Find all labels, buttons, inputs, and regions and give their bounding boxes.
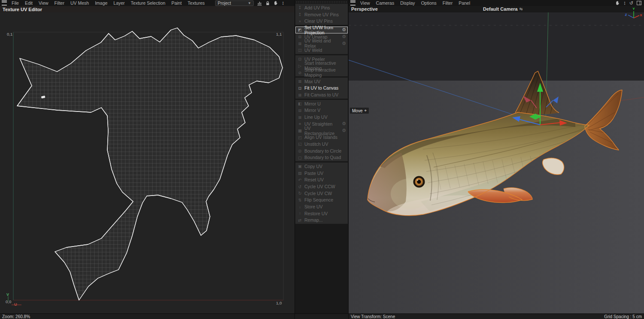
uv-rectangularize-icon: ▦ [297,128,303,133]
menu-image[interactable]: Image [92,0,110,6]
hand-icon[interactable] [615,0,620,6]
menu-textures[interactable]: Textures [185,0,208,6]
store-uv-icon: ↓ [297,205,303,209]
viewport-view-label[interactable]: Perspective [351,6,378,12]
menu-uv-mesh[interactable]: UV Mesh [67,0,92,6]
menu-texture-selection[interactable]: Texture Selection [128,0,169,6]
vp-menu-display[interactable]: Display [397,0,418,6]
camera-selector[interactable]: Default Camera ⇆ [483,6,522,12]
gear-icon[interactable]: ⚙ [342,121,346,126]
menu-layer[interactable]: Layer [110,0,128,6]
active-tool-indicator[interactable]: Move ⌖ [350,108,369,114]
uv-menu-item-copy-uv: ▣Copy UV [295,163,348,170]
uv-menu-item-label: Align UV Islands [304,135,337,140]
remove-uv-pins-icon: ↥ [297,12,303,17]
gear-icon[interactable]: ⚙ [342,27,346,33]
uv-menu-item-uv-weld: ◫UV Weld [295,47,348,54]
axis-y-label: Y [632,7,635,11]
menu-view[interactable]: View [36,0,52,6]
unstitch-uv-icon: ◱ [297,141,303,146]
histogram-icon[interactable] [257,1,262,6]
uv-menu-item-label: Max UV [304,79,320,84]
panel-grip[interactable] [296,1,347,3]
align-uv-islands-icon: ◰ [297,135,303,140]
v-axis-label: V [6,292,9,297]
camera-label: Default Camera [483,6,518,12]
vp-menu-options[interactable]: Options [418,0,440,6]
uv-corner-bottom-right: 1,0 [276,301,282,305]
add-uv-pins-icon: ↧ [297,5,303,10]
menu-paint[interactable]: Paint [168,0,185,6]
vp-menu-cameras[interactable]: Cameras [373,0,398,6]
pan-vertical-icon[interactable]: ↕ [282,0,284,6]
rotate-view-icon[interactable]: ↺ [629,1,633,6]
viewport-menubar: ViewCamerasDisplayOptionsFilterPanel ↕ ↺ [349,0,644,6]
uv-menu-item-label: Remove UV Pins [304,12,339,17]
uv-menu-item-label: Mirror V [304,108,320,113]
uv-menu-item-align-uv-islands: ◰Align UV Islands [295,134,348,141]
hamburger-menu-icon[interactable] [2,0,7,6]
uv-peeler-icon: ⊡ [297,57,303,61]
fit-canvas-to-uv-icon: ⊞ [297,93,303,97]
uv-menu-item-label: Remap... [304,217,323,223]
uv-menu-item-stop-interactive-mapping: ⊘Stop Interactive Mapping [295,69,348,76]
uv-editor-toolbar: Project ▼ ↕ [215,0,284,6]
reset-uv-icon: ↶ [297,178,303,182]
uv-command-panel: ↧Add UV Pins↥Remove UV Pins×Clear UV Pin… [295,0,349,319]
viewport-pane: ViewCamerasDisplayOptionsFilterPanel ↕ ↺… [349,0,644,319]
view-transform-status: View Transform: Scene [351,314,395,319]
vp-menu-view[interactable]: View [357,0,373,6]
uv-weld-icon: ◫ [297,48,303,52]
set-uvw-from-projection-icon: ◩ [297,27,303,32]
lock-icon[interactable] [265,1,270,6]
uv-canvas[interactable]: 0,1 1,1 0,0 1,0 V U [0,12,295,313]
menu-edit[interactable]: Edit [22,0,36,6]
uv-menu-item-label: Fit Canvas to UV [304,92,338,97]
uv-menu-item-label: Stop Interactive Mapping [304,67,346,78]
zoom-status: Zoom: 260.8% [2,314,30,319]
copy-uv-icon: ▣ [297,164,303,169]
restore-uv-icon: ↑ [297,211,303,216]
menu-filter[interactable]: Filter [52,0,67,6]
uv-menu-item-label: Reset UV [304,177,324,182]
max-uv-icon: ⊠ [297,79,303,84]
gear-icon[interactable]: ⚙ [342,34,346,39]
hamburger-menu-icon[interactable] [350,0,355,6]
uv-menu-item-set-uvw-from-projection[interactable]: ◩Set UVW from Projection⚙ [295,27,348,33]
project-dropdown[interactable]: Project ▼ [215,0,254,6]
uv-weld-and-relax-icon: ⊞ [297,41,303,46]
uv-menu-item-fit-uv-to-canvas[interactable]: ⊡Fit UV to Canvas [295,85,348,92]
uv-menu-group: ⊡UV Peeler▷Start Interactive Mapping⊘Sto… [295,55,348,76]
flip-sequence-icon: ⇅ [297,198,303,202]
start-interactive-mapping-icon: ▷ [297,63,303,68]
uv-menu-item-label: Cycle UV CW [304,191,332,196]
uv-menu-item-label: UV Weld [304,48,322,53]
uv-menu-item-clear-uv-pins: ×Clear UV Pins [295,18,348,24]
orientation-axis-gizmo[interactable]: Y Z X [623,6,643,23]
tool-label: Move [352,108,362,113]
panel-icon[interactable] [637,1,641,5]
uv-menu-item-cycle-uv-cw: ↻Cycle UV CW [295,190,348,197]
pan-vertical-icon[interactable]: ↕ [623,0,626,6]
gear-icon[interactable]: ⚙ [342,41,346,46]
cycle-uv-ccw-icon: ↺ [297,184,303,189]
uv-editor-menu-items: FileEditViewFilterUV MeshImageLayerTextu… [9,0,208,6]
uv-menu-item-label: Fit UV to Canvas [304,85,338,90]
uv-menu-item-remap: ⇄Remap... [295,217,348,224]
uv-menu-item-label: Mirror U [304,101,321,106]
uv-corner-top-left: 0,1 [7,32,12,36]
menu-file[interactable]: File [9,0,22,6]
uv-menu-item-cycle-uv-ccw: ↺Cycle UV CCW [295,183,348,190]
vp-menu-panel[interactable]: Panel [456,0,473,6]
uv-menu-item-reset-uv: ↶Reset UV [295,177,348,184]
uv-menu-group: ◧Mirror U⊟Mirror V⊞Line Up UV≡UV Straigh… [295,100,348,161]
uv-menu-item-label: Line Up UV [304,114,328,120]
vp-menu-filter[interactable]: Filter [440,0,456,6]
uv-menu-item-boundary-to-quad: ▢Boundary to Quad [295,154,348,161]
viewport-3d[interactable] [349,12,644,313]
gear-icon[interactable]: ⚙ [342,128,346,133]
uv-menu-item-flip-sequence: ⇅Flip Sequence [295,197,348,204]
boundary-to-circle-icon: ◎ [297,148,303,153]
hand-icon[interactable] [273,0,278,6]
uv-island-wireframe[interactable] [17,28,283,300]
